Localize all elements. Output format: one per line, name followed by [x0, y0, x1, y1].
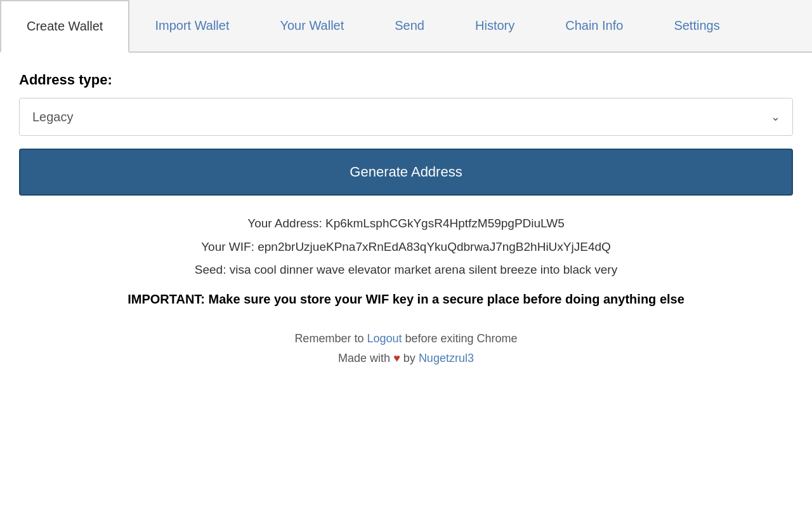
address-label: Your Address: [247, 217, 322, 230]
address-type-select-wrapper: Legacy SegWit Native SegWit [19, 98, 793, 136]
tab-settings[interactable]: Settings [648, 0, 745, 51]
tab-import-wallet[interactable]: Import Wallet [129, 0, 254, 51]
after-logout-text: before exiting Chrome [405, 332, 518, 345]
wallet-address-line: Your Address: Kp6kmLsphCGkYgsR4HptfzM59p… [19, 215, 793, 233]
tab-bar: Create Wallet Import Wallet Your Wallet … [0, 0, 812, 53]
address-value: Kp6kmLsphCGkYgsR4HptfzM59pgPDiuLW5 [325, 217, 565, 230]
author-link[interactable]: Nugetzrul3 [419, 352, 474, 364]
tab-chain-info[interactable]: Chain Info [540, 0, 648, 51]
by-text: by [403, 352, 416, 364]
tab-history[interactable]: History [450, 0, 540, 51]
seed-label: Seed: [195, 263, 226, 276]
address-type-select-container: Legacy SegWit Native SegWit ⌄ [19, 98, 793, 136]
seed-value: visa cool dinner wave elevator market ar… [230, 263, 617, 276]
wif-value: epn2brUzjueKPna7xRnEdA83qYkuQdbrwaJ7ngB2… [258, 240, 611, 253]
wallet-wif-line: Your WIF: epn2brUzjueKPna7xRnEdA83qYkuQd… [19, 238, 793, 257]
wif-label: Your WIF: [201, 240, 254, 253]
made-with-line: Made with ♥ by Nugetzrul3 [19, 352, 793, 365]
made-with-text: Made with [338, 352, 390, 364]
tab-your-wallet[interactable]: Your Wallet [254, 0, 369, 51]
wallet-info-section: Your Address: Kp6kmLsphCGkYgsR4HptfzM59p… [19, 215, 793, 279]
generate-address-button[interactable]: Generate Address [19, 149, 793, 196]
tab-send[interactable]: Send [369, 0, 450, 51]
logout-reminder: Remember to Logout before exiting Chrome [19, 332, 793, 345]
footer: Remember to Logout before exiting Chrome… [19, 332, 793, 365]
wallet-seed-line: Seed: visa cool dinner wave elevator mar… [19, 261, 793, 279]
important-notice: IMPORTANT: Make sure you store your WIF … [19, 292, 793, 307]
main-content: Address type: Legacy SegWit Native SegWi… [0, 53, 812, 391]
address-type-label: Address type: [19, 72, 793, 88]
tab-create-wallet[interactable]: Create Wallet [0, 0, 129, 53]
address-type-select[interactable]: Legacy SegWit Native SegWit [20, 98, 792, 135]
heart-icon: ♥ [393, 352, 400, 364]
remember-text: Remember to [294, 332, 363, 345]
logout-link[interactable]: Logout [367, 332, 402, 345]
